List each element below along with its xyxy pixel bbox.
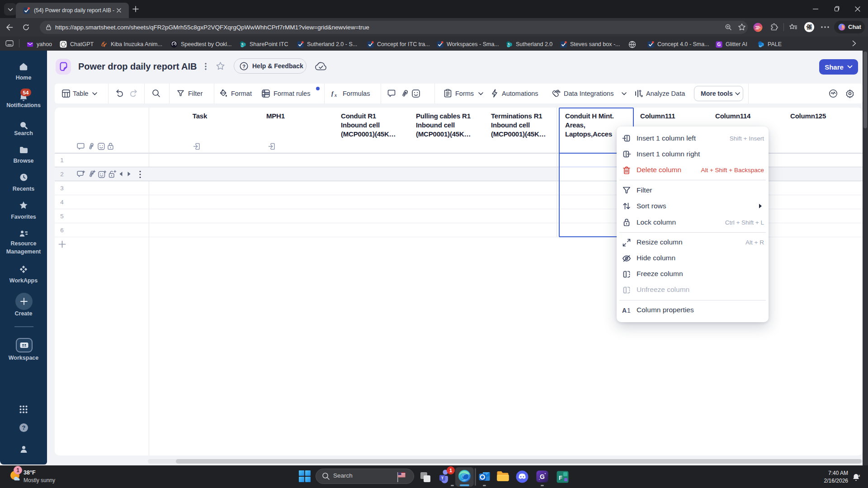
svg-text:1: 1 bbox=[627, 307, 631, 314]
svg-text:?: ? bbox=[242, 63, 245, 69]
svg-text:A: A bbox=[622, 307, 627, 314]
svg-text:F: F bbox=[559, 474, 562, 481]
svg-text:S: S bbox=[508, 42, 510, 46]
svg-text:G: G bbox=[717, 42, 721, 47]
svg-text:z: z bbox=[859, 474, 860, 478]
svg-text:G: G bbox=[540, 473, 545, 480]
svg-text:x: x bbox=[334, 93, 337, 98]
svg-text:f: f bbox=[331, 90, 334, 97]
svg-text:S: S bbox=[241, 42, 244, 46]
svg-text:?: ? bbox=[22, 424, 25, 431]
svg-text:T: T bbox=[441, 476, 444, 480]
